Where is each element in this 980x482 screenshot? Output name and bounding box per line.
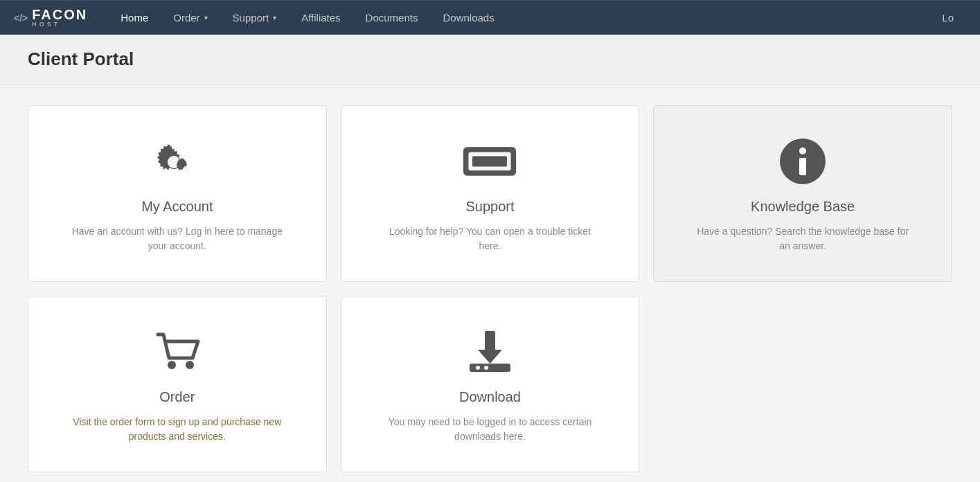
svg-marker-13 xyxy=(478,350,502,364)
svg-point-15 xyxy=(476,366,480,370)
nav-item-order[interactable]: Order ▾ xyxy=(161,1,220,35)
info-icon xyxy=(775,134,830,189)
gears-icon xyxy=(150,134,205,189)
ticket-icon xyxy=(462,134,517,189)
order-dropdown-arrow: ▾ xyxy=(204,14,208,21)
nav-item-affiliates[interactable]: Affiliates xyxy=(289,1,353,35)
svg-rect-12 xyxy=(485,331,495,352)
svg-point-3 xyxy=(183,166,190,173)
nav-item-documents[interactable]: Documents xyxy=(353,1,431,35)
cart-icon xyxy=(150,324,205,380)
logo[interactable]: </> FACON HOST xyxy=(14,8,87,28)
page-title: Client Portal xyxy=(28,48,952,70)
navbar: </> FACON HOST Home Order ▾ Support ▾ Af… xyxy=(0,0,980,35)
logo-brand-sub: HOST xyxy=(32,21,87,28)
download-icon xyxy=(462,324,517,380)
nav-item-support[interactable]: Support ▾ xyxy=(220,1,289,35)
support-title: Support xyxy=(465,199,514,215)
nav-right-login[interactable]: Lo xyxy=(929,1,966,34)
logo-name: FACON HOST xyxy=(32,8,87,28)
knowledge-base-title: Knowledge Base xyxy=(751,199,855,215)
svg-rect-9 xyxy=(799,158,806,175)
card-download[interactable]: Download You may need to be logged in to… xyxy=(341,296,640,472)
svg-point-8 xyxy=(799,148,806,154)
svg-rect-14 xyxy=(470,364,510,372)
svg-point-10 xyxy=(168,361,176,369)
svg-point-16 xyxy=(484,366,488,370)
card-knowledge-base[interactable]: Knowledge Base Have a question? Search t… xyxy=(653,105,952,282)
nav-item-downloads[interactable]: Downloads xyxy=(430,1,506,35)
card-support[interactable]: Support Looking for help? You can open a… xyxy=(341,105,640,282)
support-desc: Looking for help? You can open a trouble… xyxy=(379,224,600,253)
download-title: Download xyxy=(459,389,521,405)
knowledge-base-desc: Have a question? Search the knowledge ba… xyxy=(692,224,914,253)
my-account-title: My Account xyxy=(141,199,213,215)
svg-point-11 xyxy=(186,361,194,369)
download-desc: You may need to be logged in to access c… xyxy=(379,415,600,444)
card-order[interactable]: Order Visit the order form to sign up an… xyxy=(28,296,327,472)
logo-brand-name: FACON xyxy=(32,8,87,21)
cards-grid: My Account Have an account with us? Log … xyxy=(28,105,952,472)
nav-item-home[interactable]: Home xyxy=(108,1,161,35)
order-title: Order xyxy=(159,389,195,405)
support-dropdown-arrow: ▾ xyxy=(273,14,276,21)
svg-rect-6 xyxy=(473,156,508,166)
main-content: My Account Have an account with us? Log … xyxy=(0,84,980,482)
order-desc: Visit the order form to sign up and purc… xyxy=(66,415,288,444)
logo-code-symbol: </> xyxy=(14,12,28,24)
page-header: Client Portal xyxy=(0,35,980,84)
card-my-account[interactable]: My Account Have an account with us? Log … xyxy=(28,105,327,282)
my-account-desc: Have an account with us? Log in here to … xyxy=(66,224,288,253)
